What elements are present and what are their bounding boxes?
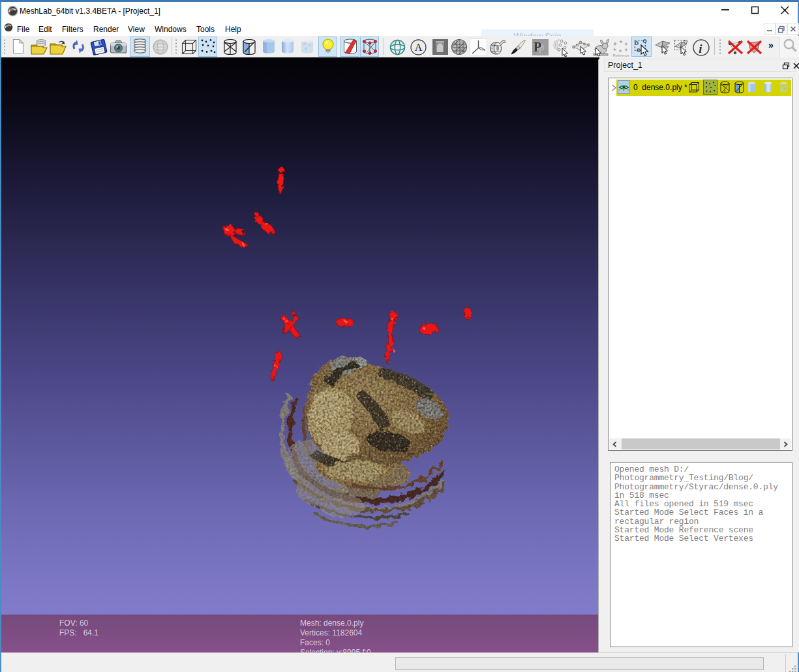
svg-text:i: i	[699, 42, 702, 55]
svg-text:A: A	[415, 42, 423, 53]
svg-text:P: P	[534, 40, 541, 54]
svg-text:Reference: Reference	[613, 53, 629, 57]
